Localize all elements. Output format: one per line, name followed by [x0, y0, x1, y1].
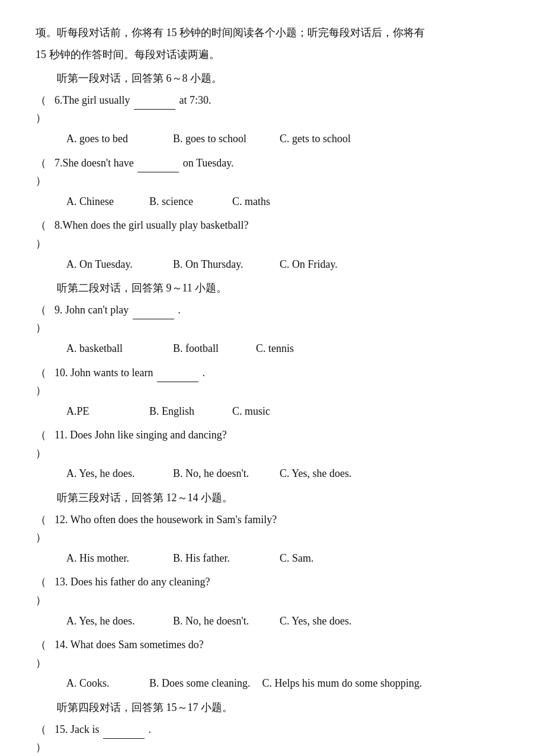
option-1-0-2: C. tennis: [256, 339, 327, 358]
sections-container: 听第一段对话，回答第 6～8 小题。（ ）6.The girl usually …: [36, 69, 509, 756]
question-line-3-0: （ ）15. Jack is .: [36, 720, 509, 756]
question-block-0-2: （ ）8.When does the girl usually play bas…: [36, 216, 509, 273]
intro-line2: 15 秒钟的作答时间。每段对话读两遍。: [36, 46, 509, 64]
question-block-0-1: （ ）7.She doesn't have on Tuesday.A. Chin…: [36, 154, 509, 211]
blank-3-0: [103, 720, 145, 739]
options-line-1-2: A. Yes, he does.B. No, he doesn't.C. Yes…: [36, 465, 509, 483]
paren-1-0: （ ）: [36, 301, 52, 337]
question-text-1-0: 9. John can't play .: [54, 301, 509, 320]
option-0-1-0: A. Chinese: [66, 193, 137, 211]
section-heading-0: 听第一段对话，回答第 6～8 小题。: [36, 69, 509, 88]
question-text-2-0: 12. Who often does the housework in Sam'…: [54, 511, 509, 529]
question-block-2-1: （ ）13. Does his father do any cleaning?A…: [36, 573, 509, 630]
blank-0-1: [137, 154, 179, 173]
option-2-1-2: C. Yes, she does.: [280, 612, 374, 630]
option-1-1-2: C. music: [232, 402, 303, 421]
options-line-2-1: A. Yes, he does.B. No, he doesn't.C. Yes…: [36, 612, 509, 630]
question-line-0-2: （ ）8.When does the girl usually play bas…: [36, 216, 509, 252]
question-text-0-1: 7.She doesn't have on Tuesday.: [54, 154, 509, 173]
option-0-2-0: A. On Tuesday.: [66, 255, 161, 274]
option-2-2-2: C. Helps his mum do some shopping.: [262, 674, 422, 693]
option-1-0-1: B. football: [173, 339, 244, 358]
options-line-2-0: A. His mother.B. His father.C. Sam.: [36, 549, 509, 568]
paren-1-1: （ ）: [36, 364, 52, 400]
options-line-1-0: A. basketballB. footballC. tennis: [36, 339, 509, 358]
question-block-2-0: （ ）12. Who often does the housework in S…: [36, 511, 509, 568]
question-text-2-2: 14. What does Sam sometimes do?: [54, 636, 509, 654]
section-heading-1: 听第二段对话，回答第 9～11 小题。: [36, 279, 509, 297]
question-text-1-2: 11. Does John like singing and dancing?: [54, 426, 509, 444]
question-text-3-0: 15. Jack is .: [54, 720, 509, 739]
options-line-0-1: A. ChineseB. scienceC. maths: [36, 193, 509, 211]
paren-2-0: （ ）: [36, 511, 52, 547]
option-0-1-1: B. science: [149, 193, 220, 211]
paren-3-0: （ ）: [36, 720, 52, 756]
paren-0-1: （ ）: [36, 154, 52, 190]
options-line-2-2: A. Cooks.B. Does some cleaning.C. Helps …: [36, 674, 509, 693]
intro-line1: 项。听每段对话前，你将有 15 秒钟的时间阅读各个小题；听完每段对话后，你将有: [36, 24, 509, 42]
option-2-2-1: B. Does some cleaning.: [149, 674, 250, 693]
option-2-1-0: A. Yes, he does.: [66, 612, 161, 630]
option-1-0-0: A. basketball: [66, 339, 161, 358]
option-0-1-2: C. maths: [232, 193, 303, 211]
paren-2-2: （ ）: [36, 636, 52, 672]
blank-0-0: [134, 91, 175, 110]
question-block-1-2: （ ）11. Does John like singing and dancin…: [36, 426, 509, 483]
option-2-1-1: B. No, he doesn't.: [173, 612, 268, 630]
question-line-1-0: （ ）9. John can't play .: [36, 301, 509, 337]
question-block-1-1: （ ）10. John wants to learn .A.PEB. Engli…: [36, 364, 509, 421]
option-0-0-0: A. goes to bed: [66, 130, 161, 148]
question-line-2-1: （ ）13. Does his father do any cleaning?: [36, 573, 509, 609]
question-line-1-1: （ ）10. John wants to learn .: [36, 364, 509, 400]
section-heading-3: 听第四段对话，回答第 15～17 小题。: [36, 699, 509, 717]
options-line-0-2: A. On Tuesday.B. On Thursday.C. On Frida…: [36, 255, 509, 274]
paren-0-0: （ ）: [36, 91, 52, 127]
question-line-0-0: （ ）6.The girl usually at 7:30.: [36, 91, 509, 127]
question-text-0-2: 8.When does the girl usually play basket…: [54, 216, 509, 235]
option-1-1-0: A.PE: [66, 402, 137, 421]
option-1-1-1: B. English: [149, 402, 220, 421]
question-block-3-0: （ ）15. Jack is .A. waiting for his fathe…: [36, 720, 509, 756]
question-text-0-0: 6.The girl usually at 7:30.: [54, 91, 509, 110]
paren-0-2: （ ）: [36, 216, 52, 252]
question-line-2-0: （ ）12. Who often does the housework in S…: [36, 511, 509, 547]
option-2-0-2: C. Sam.: [280, 549, 351, 568]
question-block-1-0: （ ）9. John can't play .A. basketballB. f…: [36, 301, 509, 358]
blank-1-1: [157, 364, 198, 383]
options-line-1-1: A.PEB. EnglishC. music: [36, 402, 509, 421]
option-1-2-2: C. Yes, she does.: [280, 465, 374, 483]
question-line-2-2: （ ）14. What does Sam sometimes do?: [36, 636, 509, 672]
option-0-2-1: B. On Thursday.: [173, 255, 268, 274]
option-0-0-1: B. goes to school: [173, 130, 268, 148]
question-block-0-0: （ ）6.The girl usually at 7:30.A. goes to…: [36, 91, 509, 148]
paren-1-2: （ ）: [36, 426, 52, 462]
question-line-1-2: （ ）11. Does John like singing and dancin…: [36, 426, 509, 462]
option-2-0-1: B. His father.: [173, 549, 268, 568]
question-text-2-1: 13. Does his father do any cleaning?: [54, 573, 509, 591]
option-0-2-2: C. On Friday.: [280, 255, 374, 274]
blank-1-0: [133, 301, 174, 320]
question-block-2-2: （ ）14. What does Sam sometimes do?A. Coo…: [36, 636, 509, 693]
option-1-2-1: B. No, he doesn't.: [173, 465, 268, 483]
option-2-2-0: A. Cooks.: [66, 674, 137, 693]
paren-2-1: （ ）: [36, 573, 52, 609]
section-heading-2: 听第三段对话，回答第 12～14 小题。: [36, 489, 509, 507]
question-text-1-1: 10. John wants to learn .: [54, 364, 509, 383]
options-line-0-0: A. goes to bedB. goes to schoolC. gets t…: [36, 130, 509, 148]
option-1-2-0: A. Yes, he does.: [66, 465, 161, 483]
question-line-0-1: （ ）7.She doesn't have on Tuesday.: [36, 154, 509, 190]
option-2-0-0: A. His mother.: [66, 549, 161, 568]
option-0-0-2: C. gets to school: [280, 130, 374, 148]
